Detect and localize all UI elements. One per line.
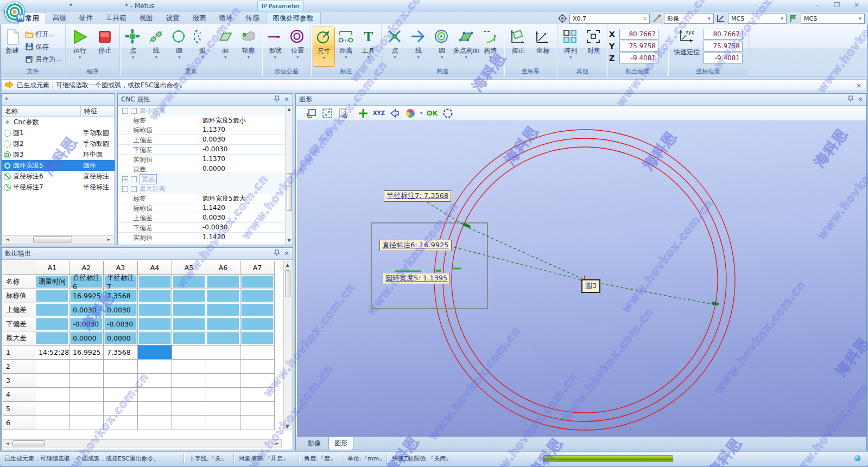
tree-row-半径标注7[interactable]: 半径标注7半径标注 <box>2 182 115 193</box>
pen-icon[interactable] <box>652 14 662 23</box>
flag-icon[interactable] <box>789 14 799 23</box>
data-cell[interactable] <box>104 416 138 430</box>
back-arrow-icon[interactable] <box>389 107 401 119</box>
restore-button[interactable]: ❐ <box>830 1 844 10</box>
chevron-down-icon[interactable]: ｚ <box>641 15 649 22</box>
chevron-down-icon[interactable]: ▾ <box>778 16 786 21</box>
stat-cell[interactable] <box>240 317 275 331</box>
row-header-2[interactable]: 2 <box>3 360 35 374</box>
row-header-标称值[interactable]: 标称值 <box>3 289 35 303</box>
stat-cell[interactable]: 0.0030 <box>69 303 104 317</box>
add-point-icon[interactable] <box>357 107 369 119</box>
coordinate-system2-combo[interactable]: MCS ▾ <box>801 14 865 24</box>
tab-工具箱[interactable]: 工具箱 <box>99 12 133 24</box>
data-cell[interactable] <box>206 374 240 388</box>
scroll-up-icon[interactable]: ▲ <box>286 261 289 269</box>
data-cell[interactable] <box>104 360 138 374</box>
stat-cell[interactable] <box>172 317 206 331</box>
scroll-right-icon[interactable]: ► <box>105 237 113 242</box>
expander-icon[interactable]: − <box>122 108 128 114</box>
row-header-5[interactable]: 5 <box>3 402 35 416</box>
工具-button[interactable]: T工具▾ <box>357 27 379 67</box>
data-horizontal-scrollbar[interactable]: ◄ ► <box>3 439 282 447</box>
线-button[interactable]: 线▾ <box>145 27 168 67</box>
stat-cell[interactable] <box>35 317 69 331</box>
data-cell[interactable] <box>240 346 275 360</box>
circle-select-icon[interactable] <box>442 107 454 119</box>
data-cell[interactable] <box>138 346 172 360</box>
轮廓-button[interactable]: 轮廓▾ <box>237 27 261 67</box>
stat-cell[interactable] <box>35 303 69 317</box>
stat-cell[interactable]: 0.0030 <box>104 303 138 317</box>
stat-cell[interactable]: 0.0000 <box>104 331 138 346</box>
panel-close-icon[interactable]: × <box>858 95 863 104</box>
tree-row-圆3[interactable]: 圆3环中圆 <box>2 149 115 160</box>
stat-cell[interactable] <box>138 275 172 289</box>
column-header-A7[interactable]: A7 <box>240 261 275 275</box>
data-cell[interactable]: 7.3568 <box>104 346 138 360</box>
row-header-4[interactable]: 4 <box>3 388 35 402</box>
cnc-property-row[interactable]: 标称值1.1420 <box>118 203 285 213</box>
data-cell[interactable] <box>138 388 172 402</box>
scrollbar-thumb[interactable] <box>12 440 45 446</box>
panel-close-icon[interactable]: × <box>284 250 289 258</box>
status-z-soft-limit[interactable]: 快速Z软限位:『关闭』 <box>392 455 452 463</box>
data-cell[interactable] <box>138 416 172 430</box>
data-cell[interactable] <box>172 346 206 360</box>
data-cell[interactable] <box>138 360 172 374</box>
quick-locate-button[interactable]: xyz 快速定位 <box>670 27 704 57</box>
tab-image[interactable]: 影像 <box>302 437 326 450</box>
row-header-最大差[interactable]: 最大差 <box>3 331 35 346</box>
row-header-3[interactable]: 3 <box>3 374 35 388</box>
construct-圆-button[interactable]: 圆▾ <box>430 27 454 67</box>
row-header-1[interactable]: 1 <box>3 346 35 360</box>
stat-cell[interactable] <box>35 331 69 346</box>
stat-cell[interactable]: -0.0030 <box>104 317 138 331</box>
color-wheel-icon[interactable] <box>404 107 416 119</box>
cnc-property-row[interactable]: 标签圆环宽度5最小 <box>118 116 285 125</box>
data-cell[interactable] <box>206 402 240 416</box>
scroll-left-icon[interactable]: ◄ <box>3 237 11 242</box>
摆正-button[interactable]: 摆正 <box>506 27 531 67</box>
data-cell[interactable] <box>138 374 172 388</box>
minimize-button[interactable]: – <box>810 1 825 10</box>
data-cell[interactable] <box>240 374 275 388</box>
data-cell[interactable] <box>240 388 275 402</box>
data-cell[interactable] <box>172 360 206 374</box>
row-header-下偏差[interactable]: 下偏差 <box>3 317 35 331</box>
data-cell[interactable]: 16.9925 <box>69 346 104 360</box>
圆-button[interactable]: 圆▾ <box>168 27 191 67</box>
cnc-property-row[interactable]: 标签圆环宽度5最大 <box>118 194 285 203</box>
construct-构造-button[interactable]: 构造▾ <box>479 27 502 67</box>
tree-row-Cnc参数[interactable]: ★Cnc参数 <box>2 117 115 127</box>
tree-row-圆1[interactable]: 圆1手动取圆 <box>2 127 115 138</box>
data-cell[interactable] <box>240 360 275 374</box>
pin-icon[interactable] <box>274 250 280 258</box>
stat-cell[interactable]: 7.3568 <box>104 289 138 303</box>
status-angle-unit[interactable]: 角度:『度』 <box>304 455 336 463</box>
cnc-property-row[interactable]: 标称值1.1370 <box>118 125 285 135</box>
stat-cell[interactable] <box>35 289 69 303</box>
stat-cell[interactable] <box>138 317 172 331</box>
zoom-combo[interactable]: X0.7 ｚ <box>569 14 650 24</box>
cnc-property-row[interactable]: 下偏差-0.0030 <box>118 145 285 155</box>
tree-row-圆环宽度5[interactable]: 圆环宽度5圆环 <box>2 160 115 171</box>
stat-cell[interactable] <box>240 331 275 346</box>
pin-icon[interactable] <box>274 95 280 104</box>
expander-icon[interactable]: + <box>122 176 128 182</box>
尺寸-button[interactable]: 尺寸▾ <box>313 27 335 67</box>
zoom-fit-icon[interactable] <box>321 107 333 119</box>
data-cell[interactable]: 14:52:28 <box>35 346 69 360</box>
scrollbar-thumb[interactable] <box>33 236 72 242</box>
tree-row-直径标注6[interactable]: 直径标注6直径标注 <box>2 171 115 182</box>
data-cell[interactable] <box>240 402 275 416</box>
cnc-property-row[interactable]: 上偏差0.0030 <box>118 213 285 223</box>
距离-button[interactable]: 距离▾ <box>335 27 357 67</box>
scrollbar-thumb[interactable] <box>287 173 292 211</box>
chevron-down-icon[interactable]: ▾ <box>420 111 422 116</box>
panel-close-icon[interactable]: × <box>284 95 289 104</box>
stat-cell[interactable] <box>206 275 240 289</box>
report-icon[interactable] <box>337 107 349 119</box>
pin-icon[interactable] <box>848 95 853 104</box>
data-cell[interactable] <box>172 402 206 416</box>
